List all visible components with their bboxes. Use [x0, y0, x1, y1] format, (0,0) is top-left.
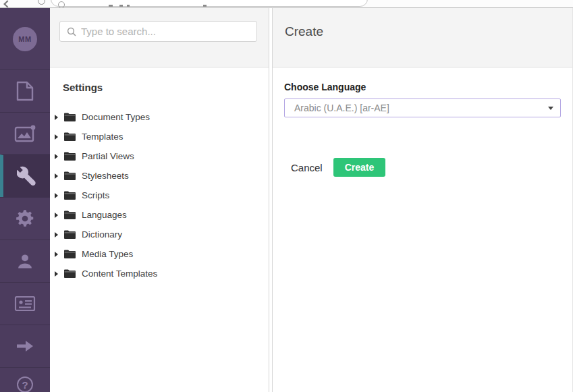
- tree-item[interactable]: Document Types: [63, 107, 269, 127]
- page-title: Create: [285, 24, 572, 39]
- cancel-button[interactable]: Cancel: [291, 162, 323, 173]
- sidebar-item-users[interactable]: [0, 240, 50, 282]
- back-arrow-icon[interactable]: [3, 0, 11, 7]
- tree-item-label: Media Types: [82, 249, 133, 259]
- wrench-icon: [17, 166, 37, 186]
- tree-item[interactable]: Dictionary: [63, 225, 269, 244]
- tree-item[interactable]: Languages: [63, 205, 269, 225]
- create-button[interactable]: Create: [333, 158, 386, 177]
- editor-panel: Create Choose Language Arabic (U.A.E.) […: [272, 8, 573, 392]
- folder-icon: [64, 113, 76, 121]
- avatar[interactable]: MM: [13, 27, 37, 51]
- sidebar-item-translation[interactable]: [0, 325, 50, 367]
- search-input[interactable]: [81, 26, 256, 37]
- tree-item[interactable]: Content Templates: [63, 264, 269, 283]
- editor-header: Create: [273, 8, 572, 67]
- language-select-value: Arabic (U.A.E.) [ar-AE]: [294, 103, 548, 113]
- sidebar-item-members[interactable]: [0, 282, 50, 325]
- reload-icon[interactable]: [38, 0, 45, 5]
- folder-icon: [64, 250, 76, 258]
- tree-item-label: Content Templates: [82, 269, 157, 279]
- gear-icon: [16, 209, 34, 228]
- id-card-icon: [14, 295, 36, 312]
- browser-chrome-strip: [0, 0, 573, 8]
- folder-icon: [64, 269, 76, 278]
- image-icon: [14, 125, 36, 142]
- tree-item-label: Languages: [82, 210, 127, 220]
- search-box[interactable]: [59, 21, 257, 42]
- tree-item-label: Dictionary: [82, 229, 122, 240]
- tree-list: Document Types Templates: [63, 107, 269, 283]
- caret-right-icon[interactable]: [55, 115, 58, 120]
- caret-right-icon[interactable]: [55, 213, 58, 218]
- tree-item-label: Partial Views: [82, 151, 134, 161]
- tree-section-title: Settings: [63, 82, 269, 93]
- search-icon: [67, 27, 76, 36]
- tree-item[interactable]: Templates: [63, 127, 269, 146]
- tree-item[interactable]: Stylesheets: [63, 166, 269, 186]
- user-icon: [16, 252, 34, 271]
- caret-right-icon[interactable]: [55, 134, 58, 140]
- sidebar-item-media[interactable]: [0, 112, 50, 155]
- tree-item-label: Stylesheets: [82, 171, 129, 181]
- folder-icon: [64, 152, 76, 161]
- tree-header: [50, 8, 269, 67]
- choose-language-label: Choose Language: [284, 82, 561, 92]
- sidebar-item-settings[interactable]: [0, 155, 50, 197]
- caret-right-icon[interactable]: [55, 173, 58, 179]
- document-icon: [16, 81, 34, 101]
- tree-item-label: Scripts: [82, 190, 109, 200]
- folder-icon: [64, 171, 76, 180]
- folder-icon: [64, 191, 76, 200]
- section-sidebar: MM: [0, 8, 50, 392]
- sidebar-item-content[interactable]: [0, 69, 50, 112]
- address-bar[interactable]: [51, 0, 368, 7]
- caret-right-icon[interactable]: [55, 232, 58, 237]
- caret-right-icon[interactable]: [55, 154, 58, 159]
- tree-panel: Settings Document Types: [50, 8, 269, 392]
- sidebar-item-profile[interactable]: MM: [0, 8, 50, 69]
- folder-icon: [64, 132, 76, 141]
- tree-item[interactable]: Media Types: [63, 244, 269, 264]
- tree-item-label: Templates: [82, 132, 124, 142]
- sidebar-item-help[interactable]: ?: [0, 367, 50, 392]
- umbraco-backoffice: MM: [0, 8, 573, 392]
- tree-item-label: Document Types: [82, 112, 150, 122]
- question-icon: ?: [17, 376, 33, 392]
- chevron-down-icon: [548, 107, 553, 110]
- tree-item[interactable]: Scripts: [63, 186, 269, 205]
- caret-right-icon[interactable]: [55, 193, 58, 198]
- caret-right-icon[interactable]: [55, 252, 58, 257]
- tree-item[interactable]: Partial Views: [63, 146, 269, 166]
- arrow-right-icon: [15, 338, 35, 354]
- folder-icon: [64, 211, 76, 219]
- folder-icon: [64, 230, 76, 239]
- caret-right-icon[interactable]: [55, 271, 58, 277]
- site-info-icon[interactable]: [58, 1, 65, 8]
- sidebar-item-developer[interactable]: [0, 197, 50, 240]
- language-select[interactable]: Arabic (U.A.E.) [ar-AE]: [284, 99, 561, 117]
